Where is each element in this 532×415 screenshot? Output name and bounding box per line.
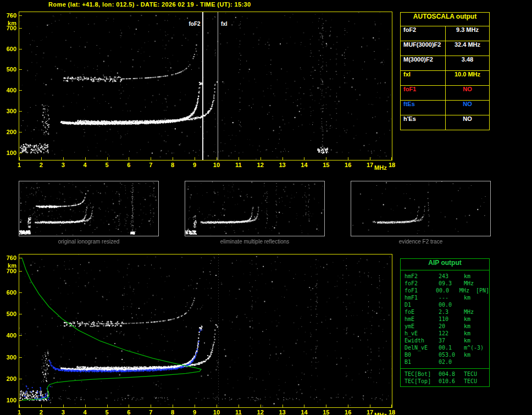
autoscala-table-row: foF1NO [401, 86, 489, 101]
top-plot-x-tick-label: 9 [189, 162, 200, 168]
aip-parameter-value: 110 [439, 316, 461, 323]
aip-table-row: D100.0 [404, 301, 489, 308]
top-plot-x-tick-label: 11 [233, 162, 244, 168]
aip-table-row: foE2.3MHz [404, 308, 489, 316]
aip-table-row: ymE20km [404, 323, 489, 330]
aip-parameter-name: h_vE [404, 330, 439, 337]
aip-parameter-value: 20 [439, 323, 461, 330]
top-plot-x-tick-label: 4 [80, 162, 91, 168]
bottom-plot-x-tick-label: 16 [342, 409, 353, 415]
autoscala-table-header: AUTOSCALA output [401, 13, 489, 26]
parameter-value: 32.4 MHz [446, 41, 489, 56]
aip-parameter-name: hmE [404, 316, 439, 323]
aip-parameter-name: Ewidth [404, 337, 439, 344]
bottom-plot-x-unit-label: MHz [374, 412, 387, 415]
top-plot-y-tick-label: 760 [2, 12, 16, 19]
thumbnail-caption: evidence F2 trace [351, 239, 491, 245]
parameter-name: ftEs [401, 101, 446, 115]
aip-tec-row: TEC[Top]010.6TECU [404, 378, 489, 385]
top-plot-y-tick-label: 200 [2, 129, 16, 135]
autoscala-table-row: foF29.3 MHz [401, 26, 489, 41]
top-plot-y-tick-label: 100 [2, 150, 16, 156]
bottom-plot-y-tick-label: 200 [2, 375, 16, 382]
thumbnail-canvas-0 [19, 181, 158, 236]
tec-value: 004.8 [439, 370, 461, 378]
top-plot-x-tick-label: 13 [277, 162, 288, 168]
aip-table-row: hmF1---km [404, 294, 489, 301]
aip-parameter-value: 02.0 [439, 358, 461, 366]
aip-parameter-name: DelN_vE [404, 344, 439, 351]
top-plot-x-tick-label: 17 [364, 162, 375, 168]
aip-parameter-unit: km [464, 316, 470, 323]
aip-parameter-unit: MHz [459, 287, 469, 294]
parameter-name: h'Es [401, 115, 446, 130]
parameter-name: foF2 [401, 26, 446, 41]
aip-table-row: hmE110km [404, 316, 489, 323]
bottom-plot-x-tick-label: 17 [364, 409, 375, 415]
top-plot-y-unit-label: km [2, 20, 16, 26]
autoscala-table-row: M(3000)F23.48 [401, 56, 489, 71]
bottom-plot-y-tick-label: 760 [2, 254, 16, 261]
parameter-value: 10.0 MHz [446, 71, 489, 85]
aip-parameter-value: 053.0 [439, 351, 461, 358]
bottom-plot-x-tick-label: 11 [233, 409, 244, 415]
aip-parameter-unit: km [464, 323, 470, 330]
aip-table-row: hmF2243km [404, 273, 489, 280]
aip-parameter-name: B1 [404, 358, 439, 366]
top-plot-y-tick-label: 500 [2, 66, 16, 73]
aip-table-row: B0053.0km [404, 351, 489, 358]
top-plot-x-tick-label: 10 [211, 162, 222, 168]
aip-parameter-value: --- [439, 294, 461, 301]
bottom-plot-x-tick-label: 7 [145, 409, 156, 415]
parameter-value: NO [446, 101, 489, 115]
bottom-plot-y-tick-label: 600 [2, 289, 16, 296]
aip-parameter-unit: km [464, 330, 470, 337]
aip-parameter-value: 00.0 [436, 287, 456, 294]
aip-parameter-value: 2.3 [439, 308, 461, 316]
ionogram-bottom-plot [19, 254, 392, 408]
aip-parameter-unit: km [464, 337, 470, 344]
bottom-plot-x-tick-label: 1 [14, 409, 25, 415]
aip-table-row: h_vE122km [404, 330, 489, 337]
aip-parameter-name: hmF2 [404, 273, 439, 280]
foF2-line-label: foF2 [184, 21, 201, 27]
aip-parameter-unit: km [464, 351, 470, 358]
top-plot-x-tick-label: 12 [255, 162, 266, 168]
bottom-plot-x-tick-label: 12 [255, 409, 266, 415]
aip-parameter-value: 00.0 [439, 301, 461, 308]
top-plot-x-tick-label: 6 [123, 162, 134, 168]
bottom-plot-x-tick-label: 9 [189, 409, 200, 415]
bottom-plot-y-tick-label: 300 [2, 354, 16, 361]
bottom-plot-x-tick-label: 8 [167, 409, 178, 415]
aip-parameter-unit: km [464, 273, 470, 280]
autoscala-window: Rome (lat: +41.8, lon: 012.5) - DATE: 20… [0, 0, 532, 415]
top-plot-y-tick-label: 300 [2, 108, 16, 114]
bottom-plot-y-tick-label: 400 [2, 332, 16, 339]
parameter-value: 3.48 [446, 56, 489, 70]
aip-table-row: Ewidth37km [404, 337, 489, 344]
aip-parameter-unit: km [464, 294, 470, 301]
aip-parameter-unit: MHz [464, 280, 474, 287]
parameter-name: MUF(3000)F2 [401, 41, 446, 56]
top-plot-x-tick-label: 1 [14, 162, 25, 168]
aip-parameter-name: foE [404, 308, 439, 316]
fxI-line-label: fxI [220, 21, 228, 27]
tec-unit: TECU [464, 370, 477, 378]
bottom-plot-x-tick-label: 5 [102, 409, 113, 415]
autoscala-table-row: fxI10.0 MHz [401, 71, 489, 86]
aip-parameter-name: B0 [404, 351, 439, 358]
aip-tec-row: TEC[Bot]004.8TECU [404, 370, 489, 378]
aip-table-body: hmF2243kmfoF209.3MHzfoF100.0MHz[PN]hmF1-… [401, 270, 489, 367]
autoscala-table-row: ftEsNO [401, 101, 489, 115]
bottom-plot-y-tick-label: 100 [2, 397, 16, 403]
aip-output-table: AIP outputhmF2243kmfoF209.3MHzfoF100.0MH… [400, 258, 490, 387]
bottom-plot-x-tick-label: 14 [298, 409, 309, 415]
aip-parameter-name: foF2 [404, 280, 439, 287]
parameter-name: fxI [401, 71, 446, 85]
ionogram-top-plot: foF2fxI [19, 12, 392, 161]
bottom-plot-x-tick-label: 2 [36, 409, 47, 415]
top-plot-x-tick-label: 8 [167, 162, 178, 168]
top-plot-y-tick-label: 600 [2, 46, 16, 52]
aip-parameter-unit: m^(-3) [464, 344, 484, 351]
top-plot-x-tick-label: 2 [36, 162, 47, 168]
